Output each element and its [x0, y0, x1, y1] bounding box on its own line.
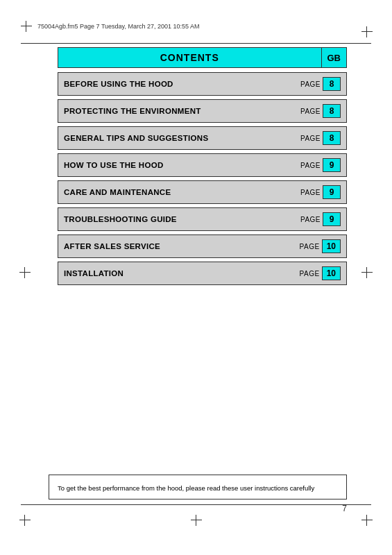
toc-page-label: PAGE	[300, 216, 321, 223]
main-content: CONTENTS GB BEFORE USING THE HOODPAGE8PR…	[58, 47, 347, 289]
toc-page-label: PAGE	[300, 243, 320, 250]
toc-label-text: CARE AND MAINTENANCE	[64, 188, 171, 196]
toc-label-text: BEFORE USING THE HOOD	[64, 80, 173, 88]
toc-page-label: PAGE	[300, 270, 320, 278]
cross-bot-right-icon	[361, 515, 373, 526]
toc-label: CARE AND MAINTENANCE	[58, 181, 295, 203]
toc-page-num: 8	[323, 104, 341, 118]
cross-top-right-icon	[361, 26, 373, 37]
contents-title: CONTENTS	[160, 52, 219, 63]
toc-row: GENERAL TIPS AND SUGGESTIONSPAGE8	[58, 126, 347, 150]
toc-page: PAGE8	[295, 73, 346, 95]
toc-page-num: 9	[323, 185, 341, 199]
toc-label: INSTALLATION	[58, 262, 294, 284]
toc-row: TROUBLESHOOTING GUIDEPAGE9	[58, 207, 347, 231]
toc-row: CARE AND MAINTENANCEPAGE9	[58, 180, 347, 204]
toc-row: BEFORE USING THE HOODPAGE8	[58, 72, 347, 96]
page-number: 7	[342, 504, 347, 513]
cross-mid-left-icon	[19, 267, 31, 278]
contents-gb-label: GB	[327, 53, 341, 63]
toc-page: PAGE8	[295, 127, 346, 149]
footer-note-box: To get the best performance from the hoo…	[49, 475, 347, 500]
toc-label-text: AFTER SALES SERVICE	[64, 242, 160, 250]
toc-page-num: 8	[323, 77, 341, 91]
toc-page-num: 8	[323, 131, 341, 145]
border-line-top	[21, 43, 371, 44]
toc-label-text: INSTALLATION	[64, 269, 123, 278]
page-container: 75004Agb.fm5 Page 7 Tuesday, March 27, 2…	[0, 0, 392, 555]
toc-page: PAGE9	[295, 208, 346, 230]
toc-page-label: PAGE	[300, 135, 321, 142]
footer-note-text: To get the best performance from the hoo…	[58, 484, 314, 492]
toc-label: BEFORE USING THE HOOD	[58, 73, 295, 95]
toc-row: INSTALLATIONPAGE10	[58, 262, 347, 285]
contents-gb-box: GB	[322, 47, 348, 68]
cross-bot-left-icon	[19, 515, 31, 526]
toc-page-label: PAGE	[300, 108, 321, 115]
header-cross-icon	[21, 21, 32, 32]
header-line: 75004Agb.fm5 Page 7 Tuesday, March 27, 2…	[21, 21, 371, 32]
toc-label-text: PROTECTING THE ENVIRONMENT	[64, 107, 201, 115]
toc-page: PAGE8	[295, 100, 346, 122]
toc-label-text: GENERAL TIPS AND SUGGESTIONS	[64, 134, 208, 142]
contents-header: CONTENTS GB	[58, 47, 347, 68]
cross-bot-center-icon	[191, 515, 202, 526]
toc-page: PAGE10	[294, 262, 346, 284]
border-line-bottom	[21, 504, 371, 505]
toc-page-label: PAGE	[300, 189, 321, 196]
toc-row: HOW TO USE THE HOODPAGE9	[58, 153, 347, 177]
toc-label: HOW TO USE THE HOOD	[58, 154, 295, 176]
toc-label: PROTECTING THE ENVIRONMENT	[58, 100, 295, 122]
toc-row: PROTECTING THE ENVIRONMENTPAGE8	[58, 99, 347, 123]
contents-title-box: CONTENTS	[58, 47, 322, 68]
toc-row: AFTER SALES SERVICEPAGE10	[58, 234, 347, 258]
toc-label-text: HOW TO USE THE HOOD	[64, 161, 164, 169]
toc-page-num: 9	[323, 158, 341, 172]
toc-label: TROUBLESHOOTING GUIDE	[58, 208, 295, 230]
cross-mid-right-icon	[361, 267, 373, 278]
toc-page-label: PAGE	[300, 80, 321, 88]
toc-page-num: 10	[322, 266, 341, 280]
toc-page-num: 9	[323, 212, 341, 226]
toc-container: BEFORE USING THE HOODPAGE8PROTECTING THE…	[58, 72, 347, 289]
toc-page-label: PAGE	[300, 162, 321, 169]
toc-page: PAGE9	[295, 181, 346, 203]
toc-page-num: 10	[322, 239, 341, 253]
toc-label: AFTER SALES SERVICE	[58, 235, 294, 257]
header-filename: 75004Agb.fm5 Page 7 Tuesday, March 27, 2…	[37, 23, 200, 30]
toc-label-text: TROUBLESHOOTING GUIDE	[64, 215, 177, 223]
toc-page: PAGE9	[295, 154, 346, 176]
toc-label: GENERAL TIPS AND SUGGESTIONS	[58, 127, 295, 149]
toc-page: PAGE10	[294, 235, 346, 257]
